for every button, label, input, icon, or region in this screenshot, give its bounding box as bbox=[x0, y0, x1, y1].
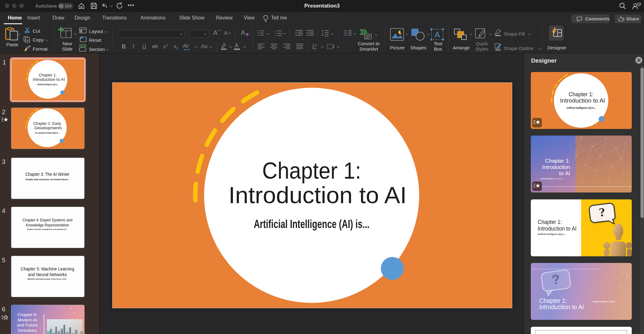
svg-text:1: 1 bbox=[275, 30, 276, 32]
svg-text:3: 3 bbox=[275, 35, 276, 36]
svg-text:A: A bbox=[435, 30, 440, 39]
svg-text:A: A bbox=[314, 43, 317, 47]
svg-text:2: 2 bbox=[275, 32, 276, 35]
